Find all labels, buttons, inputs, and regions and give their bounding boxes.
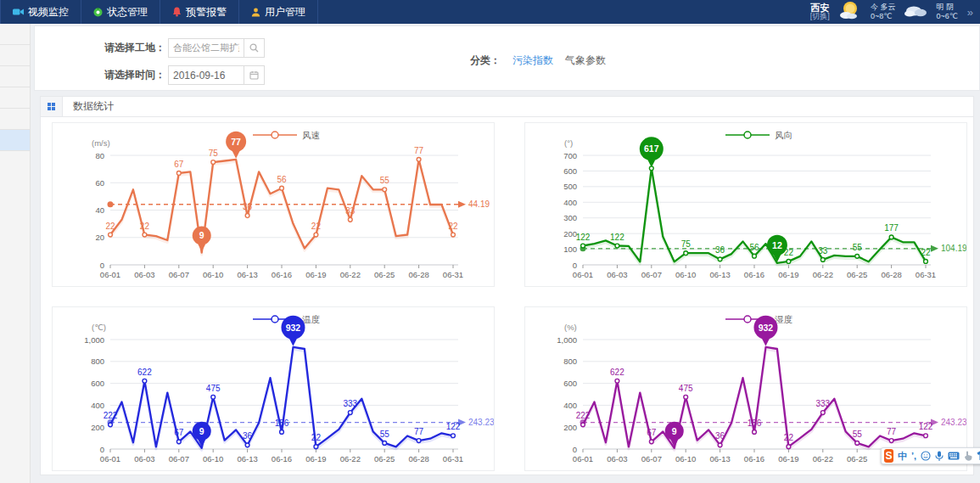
line-chart-svg-温度[interactable]: 02004006008001,000(℃)06-0106-0306-0706-1… bbox=[53, 307, 494, 470]
svg-text:06-03: 06-03 bbox=[607, 270, 627, 279]
svg-text:风向: 风向 bbox=[775, 130, 792, 140]
sidebar-item-3[interactable] bbox=[0, 87, 30, 109]
svg-text:36: 36 bbox=[243, 202, 253, 211]
category-tab-pollution[interactable]: 污染指数 bbox=[512, 53, 553, 68]
svg-text:06-10: 06-10 bbox=[203, 454, 223, 463]
svg-text:617: 617 bbox=[644, 143, 659, 154]
status-icon bbox=[93, 8, 103, 17]
line-chart-svg-风向[interactable]: 0100200300400500600700(°)06-0106-0306-07… bbox=[525, 123, 966, 286]
nav-item-alarm[interactable]: 预警报警 bbox=[160, 0, 239, 24]
sun-cloud-icon bbox=[837, 0, 863, 24]
svg-text:1,000: 1,000 bbox=[84, 335, 104, 345]
chevron-right-icon[interactable]: » bbox=[966, 6, 975, 19]
site-select-label: 请选择工地： bbox=[35, 41, 165, 55]
svg-text:243.23: 243.23 bbox=[941, 418, 966, 427]
svg-text:67: 67 bbox=[647, 428, 657, 437]
svg-text:(%): (%) bbox=[564, 323, 577, 332]
svg-text:475: 475 bbox=[206, 384, 221, 393]
ime-mode-toggle[interactable]: 中 bbox=[898, 448, 907, 463]
svg-text:333: 333 bbox=[815, 399, 830, 408]
ime-punct-toggle[interactable]: ’, bbox=[911, 448, 916, 463]
svg-text:55: 55 bbox=[853, 243, 863, 252]
svg-text:55: 55 bbox=[380, 430, 390, 439]
sidebar-item-0[interactable] bbox=[0, 24, 30, 45]
nav-item-video-monitor[interactable]: 视频监控 bbox=[0, 0, 81, 24]
line-chart-svg-湿度[interactable]: 02004006008001,000(%)06-0106-0306-0706-1… bbox=[525, 307, 966, 470]
mic-icon[interactable] bbox=[935, 451, 944, 462]
svg-text:700: 700 bbox=[563, 151, 577, 160]
nav-label: 视频监控 bbox=[28, 5, 69, 20]
svg-text:56: 56 bbox=[749, 243, 759, 252]
svg-text:06-16: 06-16 bbox=[744, 454, 764, 463]
svg-text:22: 22 bbox=[921, 248, 931, 257]
sidebar-item-1[interactable] bbox=[0, 45, 30, 66]
svg-text:06-25: 06-25 bbox=[374, 270, 395, 279]
svg-text:06-22: 06-22 bbox=[340, 454, 361, 463]
svg-text:(°): (°) bbox=[564, 138, 573, 148]
svg-text:400: 400 bbox=[563, 401, 577, 410]
hand-icon[interactable] bbox=[964, 451, 972, 461]
sidebar-item-4[interactable] bbox=[0, 109, 30, 130]
svg-text:67: 67 bbox=[174, 160, 184, 169]
svg-text:06-28: 06-28 bbox=[408, 270, 428, 279]
line-chart-svg-风速[interactable]: 020406080(m/s)06-0106-0306-0706-1006-130… bbox=[53, 123, 494, 286]
search-icon[interactable] bbox=[244, 39, 264, 57]
svg-text:800: 800 bbox=[91, 357, 104, 366]
svg-text:77: 77 bbox=[414, 146, 424, 155]
svg-text:06-22: 06-22 bbox=[813, 270, 833, 279]
svg-text:06-10: 06-10 bbox=[203, 270, 223, 279]
svg-text:06-01: 06-01 bbox=[100, 270, 120, 279]
sidebar-item-2[interactable] bbox=[0, 66, 30, 87]
calendar-icon[interactable] bbox=[244, 66, 264, 84]
category-label: 分类： bbox=[470, 53, 501, 68]
smiley-icon[interactable] bbox=[921, 451, 931, 461]
svg-text:200: 200 bbox=[563, 423, 577, 432]
svg-text:06-25: 06-25 bbox=[374, 454, 395, 463]
svg-text:06-07: 06-07 bbox=[641, 270, 662, 279]
shirt-icon[interactable] bbox=[977, 451, 980, 461]
keyboard-icon[interactable] bbox=[948, 452, 960, 460]
grid-icon[interactable] bbox=[41, 97, 63, 116]
sidebar-item-5[interactable] bbox=[0, 130, 30, 151]
svg-text:75: 75 bbox=[209, 149, 219, 158]
alarm-bell-icon bbox=[172, 7, 182, 17]
svg-text:33: 33 bbox=[818, 246, 828, 256]
svg-text:06-07: 06-07 bbox=[641, 454, 662, 463]
svg-text:55: 55 bbox=[380, 176, 390, 185]
svg-text:200: 200 bbox=[563, 229, 577, 239]
category-tab-meteorology[interactable]: 气象参数 bbox=[565, 53, 606, 68]
site-select-input[interactable] bbox=[169, 39, 244, 57]
svg-text:1,000: 1,000 bbox=[557, 335, 577, 345]
svg-text:500: 500 bbox=[563, 182, 577, 191]
svg-text:22: 22 bbox=[105, 222, 115, 231]
sogou-logo-icon[interactable]: S bbox=[884, 449, 893, 463]
svg-text:156: 156 bbox=[275, 418, 289, 428]
svg-text:122: 122 bbox=[576, 233, 591, 242]
city-switch-link[interactable]: [切换] bbox=[810, 13, 830, 21]
svg-text:06-25: 06-25 bbox=[847, 270, 867, 279]
nav-label: 预警报警 bbox=[186, 5, 227, 20]
svg-text:06-22: 06-22 bbox=[813, 454, 833, 463]
svg-text:0: 0 bbox=[100, 261, 104, 270]
svg-text:932: 932 bbox=[759, 323, 774, 333]
ime-toolbar: S 中 ’, bbox=[881, 447, 980, 464]
svg-text:20: 20 bbox=[95, 233, 104, 242]
svg-text:06-01: 06-01 bbox=[100, 454, 120, 463]
svg-text:06-31: 06-31 bbox=[443, 454, 463, 463]
svg-text:06-13: 06-13 bbox=[709, 270, 730, 279]
svg-text:06-03: 06-03 bbox=[134, 270, 154, 279]
svg-text:06-01: 06-01 bbox=[573, 454, 593, 463]
svg-text:122: 122 bbox=[919, 422, 933, 431]
time-select-input[interactable] bbox=[169, 66, 244, 84]
svg-text:06-19: 06-19 bbox=[778, 270, 798, 279]
svg-text:243.23: 243.23 bbox=[468, 418, 494, 427]
svg-text:(℃): (℃) bbox=[92, 323, 106, 332]
svg-text:06-22: 06-22 bbox=[340, 270, 361, 279]
svg-text:06-28: 06-28 bbox=[408, 454, 428, 463]
filter-panel: 请选择工地： 请选择时间： 分类： 污染指数 气象参数 bbox=[34, 25, 980, 91]
svg-text:06-07: 06-07 bbox=[169, 270, 189, 279]
svg-text:77: 77 bbox=[231, 137, 241, 147]
nav-item-user-manage[interactable]: 用户管理 bbox=[239, 0, 318, 24]
svg-text:56: 56 bbox=[277, 175, 287, 184]
nav-item-status-manage[interactable]: 状态管理 bbox=[81, 0, 160, 24]
